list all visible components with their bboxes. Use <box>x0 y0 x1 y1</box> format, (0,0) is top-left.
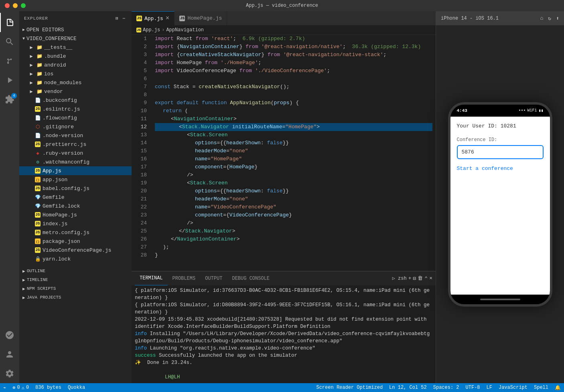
file-buckconfig[interactable]: 📄 .buckconfig <box>19 96 132 105</box>
status-encoding-item[interactable]: UTF-8 <box>463 383 483 392</box>
code-line-7: const Stack = createNativeStackNavigator… <box>155 83 432 91</box>
extensions-activity-icon[interactable]: 4 <box>0 90 19 109</box>
iphone-panel: iPhone 14 - iOS 16.1 ⌂ ↻ ⬆ 4:43 ▪▪▪ WiFi… <box>436 11 564 383</box>
file-ruby-version[interactable]: ◆ .ruby-version <box>19 149 132 158</box>
status-remote-item[interactable]: ⌁ <box>0 383 9 392</box>
tab-appjs[interactable]: JS App.js × <box>132 11 174 25</box>
settings-activity-icon[interactable] <box>0 364 19 383</box>
phone-conference-input[interactable]: 5876 <box>457 145 544 159</box>
close-button[interactable] <box>5 3 10 8</box>
file-node-version[interactable]: 📄 .node-version <box>19 131 132 140</box>
java-projects-label: JAVA PROJECTS <box>27 295 61 300</box>
file-indexjs[interactable]: JS index.js <box>19 219 132 228</box>
file-prettierrc[interactable]: JS .prettierrc.js <box>19 140 132 149</box>
iphone-share-icon[interactable]: ⬆ <box>556 15 559 22</box>
file-gitignore[interactable]: ⬡ .gitignore <box>19 122 132 131</box>
folder-vendor[interactable]: ▶ 📁 vendor <box>19 87 132 96</box>
outline-label: OUTLINE <box>27 269 45 273</box>
status-screen-reader: Screen Reader Optimized <box>316 385 383 390</box>
phone-time: 4:43 <box>457 108 467 113</box>
terminal-expand-icon[interactable]: ⌃ <box>424 275 428 282</box>
status-filesize-item[interactable]: 836 bytes <box>32 383 65 392</box>
search-activity-icon[interactable] <box>0 32 19 51</box>
outline-panel[interactable]: ▶ OUTLINE <box>19 267 132 275</box>
project-section[interactable]: ▼ VIDEO_CONFERENCE <box>19 34 132 43</box>
status-spell-item[interactable]: Spell <box>531 383 552 392</box>
new-file-icon[interactable]: ⊞ <box>114 16 120 21</box>
status-notification-icon[interactable]: 🔔 <box>552 383 564 392</box>
status-quokka-item[interactable]: Quokka <box>65 383 88 392</box>
file-videoconferencepage[interactable]: JS VideoConferencePage.js <box>19 246 132 255</box>
iphone-rotate-icon[interactable]: ↻ <box>548 15 551 22</box>
remote-activity-icon[interactable] <box>0 325 19 345</box>
folder-android[interactable]: ▶ 📁 android <box>19 61 132 69</box>
run-activity-icon[interactable] <box>0 71 19 90</box>
new-folder-icon[interactable]: ⋯ <box>121 16 127 21</box>
file-gemfile[interactable]: 💎 Gemfile <box>19 193 132 202</box>
breadcrumb-file[interactable]: App.js <box>143 27 160 33</box>
phone-wifi-icon: WiFi <box>527 108 537 113</box>
status-errors-item[interactable]: ⊗ 0 ⚠ 0 <box>9 383 32 392</box>
tab-appjs-close[interactable]: × <box>166 15 170 22</box>
npm-scripts-panel[interactable]: ▶ NPM SCRIPTS <box>19 284 132 293</box>
maximize-button[interactable] <box>21 3 26 8</box>
open-editors-chevron: ▶ <box>22 27 25 32</box>
iphone-home-icon[interactable]: ⌂ <box>540 15 544 22</box>
timeline-panel[interactable]: ▶ TIMELINE <box>19 275 132 284</box>
minimize-button[interactable] <box>13 3 18 8</box>
status-position-item[interactable]: Ln 12, Col 52 <box>386 383 430 392</box>
folder-bundle[interactable]: ▶ 📁 .bundle <box>19 52 132 61</box>
open-editors-section[interactable]: ▶ OPEN EDITORS <box>19 25 132 34</box>
code-line-20: options={{headerShown: false}} <box>155 187 432 195</box>
file-homepagejs[interactable]: JS HomePage.js <box>19 210 132 219</box>
terminal-trash-icon[interactable]: 🗑 <box>418 275 423 281</box>
file-packagejson[interactable]: {} package.json <box>19 237 132 246</box>
tab-homepagejs[interactable]: JS HomePage.js <box>174 11 227 25</box>
source-control-activity-icon[interactable] <box>0 51 19 71</box>
file-metroconfig[interactable]: JS metro.config.js <box>19 228 132 237</box>
terminal-add-icon[interactable]: + <box>408 275 412 281</box>
tab-output[interactable]: OUTPUT <box>200 271 227 285</box>
folder-ios[interactable]: ▶ 📁 ios <box>19 69 132 78</box>
folder-node-modules[interactable]: ▶ 📁 node_modules <box>19 78 132 87</box>
status-eol-item[interactable]: LF <box>483 383 495 392</box>
file-babelconfig[interactable]: JS babel.config.js <box>19 184 132 193</box>
timeline-label: TIMELINE <box>27 277 48 282</box>
code-line-19: <Stack.Screen <box>155 179 432 187</box>
bell-icon: 🔔 <box>555 385 561 391</box>
accounts-activity-icon[interactable] <box>0 345 19 364</box>
terminal-split-icon[interactable]: ⊟ <box>413 275 416 282</box>
terminal-content[interactable]: { platform:iOS Simulator, id:376637D3-B0… <box>132 285 436 383</box>
phone-user-id: Your User ID: 10281 <box>457 123 544 129</box>
babelconfig-label: babel.config.js <box>43 186 89 192</box>
videoconferencepage-icon: JS <box>34 247 41 253</box>
phone-start-conference-link[interactable]: Start a conference <box>457 166 544 172</box>
file-watchmanconfig[interactable]: ⚙ .watchmanconfig <box>19 158 132 166</box>
activity-bottom <box>0 325 19 383</box>
status-spaces-item[interactable]: Spaces: 2 <box>430 383 463 392</box>
tab-terminal[interactable]: TERMINAL <box>135 271 168 285</box>
file-gemfile-lock[interactable]: 💎 Gemfile.lock <box>19 202 132 210</box>
file-appjs[interactable]: JS App.js <box>19 166 132 175</box>
tests-folder-icon: 📁 <box>36 44 43 51</box>
status-language-item[interactable]: JavaScript <box>495 383 531 392</box>
phone-battery-icon: ▮▮ <box>538 108 543 113</box>
folder-tests[interactable]: ▶ 📁 __tests__ <box>19 43 132 52</box>
editor-area: JS App.js × JS HomePage.js JS App.js › A… <box>132 11 436 383</box>
code-editor[interactable]: import React from 'react'; 6.9k (gzipped… <box>152 35 436 271</box>
file-yarnlock[interactable]: 🔒 yarn.lock <box>19 255 132 263</box>
file-eslintrc[interactable]: JS .eslintrc.js <box>19 105 132 113</box>
status-screen-reader-item[interactable]: Screen Reader Optimized <box>313 383 386 392</box>
explorer-activity-icon[interactable] <box>0 13 19 32</box>
editor-content[interactable]: 1 2 3 4 5 6 7 8 9 10 11 12 13 14 15 16 1… <box>132 35 436 271</box>
file-flowconfig[interactable]: 📄 .flowconfig <box>19 113 132 122</box>
main-layout: 4 EXPLORER ⊞ ⋯ ▶ O <box>0 11 564 383</box>
terminal-close-icon[interactable]: × <box>429 275 432 281</box>
java-projects-panel[interactable]: ▶ JAVA PROJECTS <box>19 293 132 302</box>
code-line-8 <box>155 91 432 99</box>
breadcrumb-symbol[interactable]: AppNavigation <box>166 27 204 33</box>
tab-debug-console[interactable]: DEBUG CONSOLE <box>227 271 274 285</box>
yarnlock-icon: 🔒 <box>34 256 41 262</box>
file-appjson[interactable]: {} app.json <box>19 175 132 184</box>
tab-problems[interactable]: PROBLEMS <box>168 271 201 285</box>
